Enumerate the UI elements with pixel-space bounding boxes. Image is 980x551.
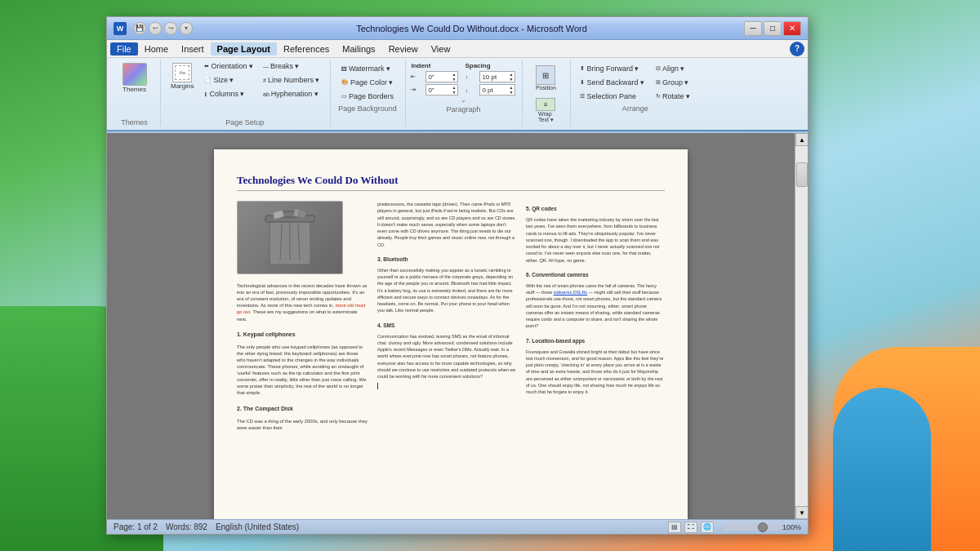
paragraph-group: Indent ⇤ 0" ▲ ▼ ⇥ [408,60,523,127]
size-label: Size ▾ [213,76,234,84]
scroll-thumb[interactable] [796,162,808,187]
window-title: Technologies We Could Do Without.docx - … [199,24,744,33]
line-numbers-button[interactable]: # Line Numbers ▾ [259,73,323,87]
group-button[interactable]: ⊞ Group ▾ [652,76,694,89]
web-layout-view[interactable]: 🌐 [701,522,714,533]
scroll-up-arrow[interactable]: ▲ [795,133,808,146]
spacing-before-icon: ↑ [465,74,478,80]
line-numbers-label: Line Numbers ▾ [268,76,320,84]
language: English (United States) [216,522,299,531]
wrap-text-label: WrapText ▾ [538,111,554,123]
status-bar: Page: 1 of 2 Words: 892 English (United … [107,519,808,534]
page-borders-button[interactable]: ▭ Page Borders [337,90,398,103]
hyphenation-label: Hyphenation ▾ [271,90,318,98]
indent-right-field[interactable]: 0" ▲ ▼ [425,84,458,96]
position-button[interactable]: ⊞ Position [528,62,564,94]
indent-right-icon: ⇥ [411,87,424,93]
menu-bar: File Home Insert Page Layout References … [107,40,808,58]
indent-right-down[interactable]: ▼ [452,90,456,95]
menu-page-layout[interactable]: Page Layout [211,42,277,56]
document-area: Technologies We Could Do Without [107,133,808,519]
customize-quick-btn[interactable]: ▾ [180,22,193,35]
scroll-track[interactable] [795,146,808,506]
vertical-scrollbar[interactable]: ▲ ▼ [795,133,808,519]
margins-button[interactable]: Aa Margins [166,60,198,93]
zoom-slider-thumb[interactable] [758,522,768,532]
section2-title: 2. The Compact Disk [237,406,368,411]
zoom-slider-track[interactable] [724,524,781,531]
menu-references[interactable]: References [277,42,336,56]
breaks-button[interactable]: — Breaks ▾ [259,60,323,73]
scroll-down-arrow[interactable]: ▼ [795,506,808,519]
article-col1-intro: predecessors, the cassette tape (driven)… [377,201,516,248]
arrange-label: Arrange [622,104,648,113]
maximize-button[interactable]: □ [764,21,782,36]
right-column: predecessors, the cassette tape (driven)… [377,201,665,519]
menu-home[interactable]: Home [138,42,175,56]
spacing-after-icon: ↓ [465,87,478,93]
undo-quick-btn[interactable]: ↩ [149,22,162,35]
page-background-group: 🖼 Watermark ▾ 🎨 Page Color ▾ ▭ Page Bord… [332,60,406,127]
spacing-after-down[interactable]: ▼ [509,90,513,95]
align-button[interactable]: ⊟ Align ▾ [652,62,694,75]
page-count: Page: 1 of 2 [114,522,158,531]
selection-pane-button[interactable]: ☰ Selection Pane [576,90,648,103]
orientation-button[interactable]: ⬌ Orientation ▾ [200,60,257,73]
help-btn[interactable]: ? [790,42,804,56]
position-label: Position [536,85,556,91]
size-button[interactable]: 📄 Size ▾ [200,73,257,87]
menu-review[interactable]: Review [382,42,425,56]
spacing-before-row: ↑ 10 pt ▲ ▼ [465,71,515,82]
indent-right-row: ⇥ 0" ▲ ▼ [411,84,458,96]
page-setup-label: Page Setup [225,118,264,127]
watermark-button[interactable]: 🖼 Watermark ▾ [337,62,398,75]
print-layout-view[interactable]: ▤ [668,522,681,533]
spacing-before-field[interactable]: 10 pt ▲ ▼ [479,71,515,82]
minimize-button[interactable]: ─ [744,21,762,36]
spacing-after-field[interactable]: 0 pt ▲ ▼ [479,84,515,96]
page-color-button[interactable]: 🎨 Page Color ▾ [337,76,398,89]
trash-image [237,201,343,274]
menu-file[interactable]: File [110,42,138,56]
save-quick-btn[interactable]: 💾 [133,22,146,35]
zoom-control: 100% [724,523,801,531]
menu-view[interactable]: View [425,42,457,56]
close-button[interactable]: ✕ [783,21,801,36]
section7-title: 7. Location-based apps [526,338,665,344]
spacing-after-value: 0 pt [482,87,509,94]
section2-text-partial: The CD was a thing of the early 2000s, a… [237,418,368,431]
page-borders-label: Page Borders [349,92,394,100]
menu-mailings[interactable]: Mailings [336,42,381,56]
redo-quick-btn[interactable]: ↪ [164,22,177,35]
wrap-text-button[interactable]: ≡ WrapText ▾ [528,95,564,127]
page-container[interactable]: Technologies We Could Do Without [107,133,795,519]
indent-left-icon: ⇤ [411,73,424,80]
position-wraptext-group: ⊞ Position ≡ WrapText ▾ [524,60,571,127]
themes-button[interactable]: Themes [118,60,152,96]
article-col-1: predecessors, the cassette tape (driven)… [377,201,516,519]
full-screen-view[interactable]: ⛶ [684,522,697,533]
page-title: Technologies We Could Do Without [237,174,665,191]
spacing-before-down[interactable]: ▼ [509,77,513,82]
section5-title: 5. QR codes [526,206,665,211]
send-backward-button[interactable]: ⬇ Send Backward ▾ [576,76,648,89]
indent-left-down[interactable]: ▼ [452,77,456,82]
rotate-label: Rotate ▾ [662,92,690,100]
window-controls: ─ □ ✕ [744,21,801,36]
spacing-label: Spacing [465,62,515,69]
watermark-label: Watermark ▾ [349,64,390,73]
rotate-button[interactable]: ↻ Rotate ▾ [652,90,694,103]
themes-label: Themes [122,86,146,93]
paragraph-dialog-launcher[interactable]: ⌄ [461,96,466,104]
spacing-before-value: 10 pt [482,73,509,81]
section4-text: Communication has evolved, leaving SMS a… [377,333,516,380]
page-background-label: Page Background [338,104,397,113]
indent-left-field[interactable]: 0" ▲ ▼ [425,71,458,82]
columns-button[interactable]: ⫿ Columns ▾ [200,87,257,100]
hyphenation-button[interactable]: ab Hyphenation ▾ [259,87,323,100]
ribbon-border [107,130,808,131]
svg-point-8 [298,210,306,218]
page-color-label: Page Color ▾ [350,78,394,87]
menu-insert[interactable]: Insert [175,42,211,56]
bring-forward-button[interactable]: ⬆ Bring Forward ▾ [576,62,648,75]
